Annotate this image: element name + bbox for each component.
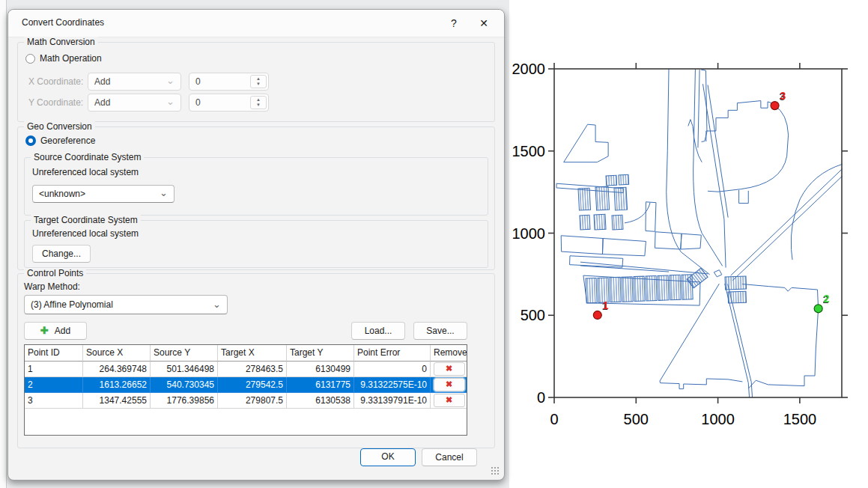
math-operation-label: Math Operation (40, 53, 102, 64)
georeference-label: Georeference (40, 135, 95, 146)
table-row[interactable]: 31347.425551776.39856279807.561305389.33… (25, 393, 467, 409)
control-point-marker[interactable] (771, 102, 779, 110)
column-header[interactable]: Target X (218, 345, 287, 362)
table-cell[interactable]: 1776.39856 (151, 393, 218, 409)
resize-grip[interactable] (491, 466, 500, 475)
x-tick-label: 1000 (701, 411, 735, 427)
table-cell[interactable]: 1613.26652 (83, 377, 151, 393)
warp-method-combo[interactable]: (3) Affine Polynomial ⌄ (24, 295, 228, 314)
chevron-down-icon: ⌄ (166, 73, 174, 88)
table-cell[interactable]: 278463.5 (218, 362, 287, 377)
control-points-label: Control Points (24, 268, 86, 278)
math-operation-radio[interactable]: Math Operation (25, 53, 102, 64)
geo-conversion-label: Geo Conversion (24, 121, 95, 132)
table-cell[interactable]: 1347.42555 (83, 393, 151, 409)
add-point-button[interactable]: ✚Add (24, 322, 87, 340)
geo-conversion-group: Geo Conversion Georeference Source Coord… (17, 126, 495, 270)
remove-point-button[interactable]: ✖ (434, 362, 465, 376)
control-point-label: 2 (824, 293, 830, 305)
spinner-arrows-icon[interactable]: ▲▼ (250, 75, 267, 88)
table-cell[interactable]: 1 (25, 362, 83, 377)
column-header[interactable]: Source X (83, 345, 151, 362)
chevron-down-icon: ⌄ (213, 296, 221, 314)
georeference-radio[interactable]: Georeference (25, 135, 95, 146)
math-conversion-group: Math Conversion Math Operation X Coordin… (17, 42, 495, 122)
y-tick-label: 1500 (512, 143, 546, 159)
math-conversion-label: Math Conversion (24, 37, 98, 47)
y-coordinate-label: Y Coordinate: (28, 97, 83, 108)
column-header[interactable]: Remove (431, 345, 467, 362)
table-cell[interactable]: 264.369748 (83, 362, 151, 377)
table-cell[interactable]: 9.33139791E-10 (354, 393, 431, 409)
y-value: 0 (195, 97, 201, 108)
column-header[interactable]: Target Y (287, 345, 354, 362)
table-cell[interactable]: 6131775 (287, 377, 354, 393)
x-value-spinner[interactable]: 0 ▲▼ (189, 73, 269, 91)
y-tick-label: 2000 (512, 61, 546, 77)
control-points-table[interactable]: Point IDSource XSource YTarget XTarget Y… (24, 344, 467, 436)
x-tick-label: 1500 (783, 411, 817, 427)
table-cell[interactable]: 279807.5 (218, 393, 287, 409)
x-operation-combo[interactable]: Add ⌄ (88, 73, 181, 91)
map-plot[interactable]: 0500100015000500100015002000 123 (509, 0, 868, 488)
plot-frame (554, 69, 842, 397)
control-points-group: Control Points Warp Method: (3) Affine P… (17, 273, 495, 448)
target-coordinate-label: Target Coordinate System (31, 215, 141, 225)
x-tick-label: 500 (624, 411, 649, 427)
ok-button[interactable]: OK (360, 448, 416, 466)
table-cell[interactable]: 501.346498 (151, 362, 218, 377)
table-cell[interactable]: 2 (25, 377, 83, 393)
remove-cell: ✖ (431, 362, 467, 377)
remove-point-button[interactable]: ✖ (434, 394, 465, 407)
x-coordinate-label: X Coordinate: (28, 76, 83, 87)
close-icon[interactable]: ✕ (474, 14, 494, 32)
load-button[interactable]: Load... (351, 322, 405, 340)
control-point-marker[interactable] (814, 305, 822, 313)
table-cell[interactable]: 0 (354, 362, 431, 377)
column-header[interactable]: Source Y (151, 345, 218, 362)
table-cell[interactable]: 279542.5 (218, 377, 287, 393)
warp-method-label: Warp Method: (24, 281, 80, 292)
source-system-description: Unreferenced local system (32, 167, 139, 177)
y-value-spinner[interactable]: 0 ▲▼ (189, 94, 269, 112)
dialog-title: Convert Coordinates (22, 17, 104, 28)
y-tick-label: 1000 (512, 225, 546, 242)
plus-icon: ✚ (40, 325, 49, 336)
column-header[interactable]: Point Error (354, 345, 431, 362)
control-point-marker[interactable] (593, 311, 601, 319)
map-buildings (578, 174, 747, 303)
map-linework (556, 69, 843, 397)
table-row[interactable]: 1264.369748501.346498278463.561304990✖ (25, 362, 467, 377)
control-point-label: 3 (780, 90, 786, 102)
save-button[interactable]: Save... (413, 322, 467, 340)
table-cell[interactable]: 3 (25, 393, 83, 409)
control-point-label: 1 (603, 299, 609, 311)
table-cell[interactable]: 9.31322575E-10 (354, 377, 431, 393)
table-row[interactable]: 21613.26652540.730345279542.561317759.31… (25, 377, 467, 393)
y-operation-value: Add (94, 97, 110, 108)
target-system-description: Unreferenced local system (32, 228, 139, 239)
cancel-button[interactable]: Cancel (422, 448, 477, 466)
table-cell[interactable]: 6130499 (287, 362, 354, 377)
remove-point-button[interactable]: ✖ (434, 378, 465, 391)
table-cell[interactable]: 6130538 (287, 393, 354, 409)
y-tick-label: 500 (521, 307, 545, 323)
table-header-row: Point IDSource XSource YTarget XTarget Y… (25, 345, 467, 362)
y-operation-combo[interactable]: Add ⌄ (88, 94, 181, 112)
source-system-combo[interactable]: <unknown> ⌄ (32, 185, 174, 203)
table-cell[interactable]: 540.730345 (151, 377, 218, 393)
axis-ticks: 0500100015000500100015002000 (512, 61, 849, 427)
radio-circle-icon[interactable] (25, 54, 35, 64)
map-panel: 0500100015000500100015002000 123 (509, 0, 868, 488)
convert-coordinates-dialog: Convert Coordinates ? ✕ Math Conversion … (7, 9, 505, 481)
chevron-down-icon: ⌄ (166, 94, 174, 109)
left-edge-strip (0, 0, 7, 488)
chevron-down-icon: ⌄ (160, 186, 168, 201)
x-operation-value: Add (94, 76, 110, 87)
dialog-titlebar[interactable]: Convert Coordinates ? ✕ (8, 10, 504, 37)
radio-checked-icon[interactable] (25, 135, 36, 146)
column-header[interactable]: Point ID (25, 345, 83, 362)
spinner-arrows-icon[interactable]: ▲▼ (250, 96, 267, 109)
change-button[interactable]: Change... (32, 245, 91, 263)
help-button[interactable]: ? (444, 14, 464, 32)
